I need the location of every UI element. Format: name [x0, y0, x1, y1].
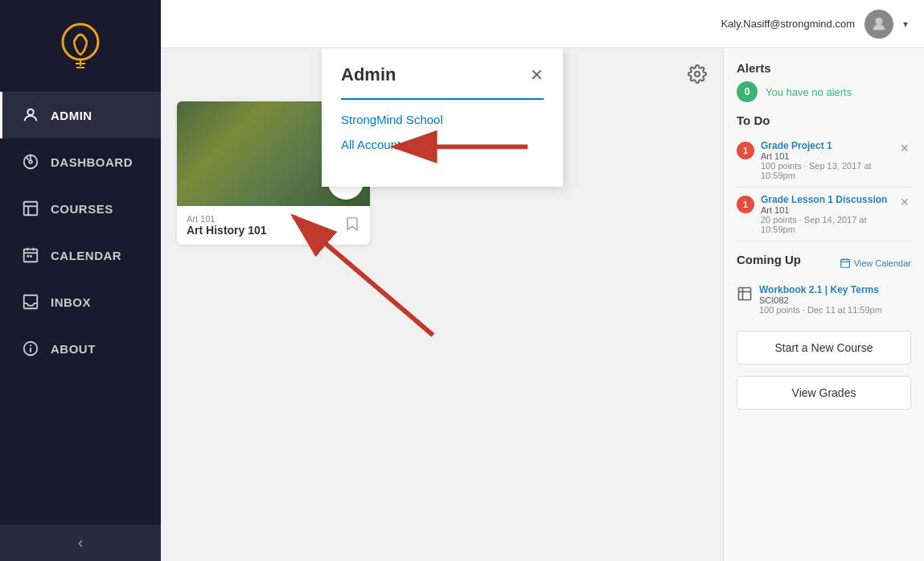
- collapse-icon: ‹: [78, 534, 83, 551]
- todo-item-0: 1 Grade Project 1 Art 101 100 points · S…: [737, 134, 911, 188]
- todo-item-0-course: Art 101: [761, 151, 892, 161]
- admin-dropdown-header: Admin ✕: [341, 64, 544, 85]
- alerts-section: Alerts 0 You have no alerts: [737, 61, 911, 102]
- todo-item-1-title[interactable]: Grade Lesson 1 Discussion: [761, 194, 892, 205]
- svg-rect-31: [739, 288, 751, 300]
- svg-point-21: [875, 17, 882, 24]
- sidebar-item-calendar[interactable]: CALENDAR: [0, 232, 161, 278]
- calendar-small-icon: [840, 258, 851, 269]
- svg-point-6: [29, 160, 32, 163]
- svg-point-22: [695, 72, 700, 76]
- course-subtitle: Art 101: [187, 214, 267, 224]
- alerts-title: Alerts: [737, 61, 911, 75]
- logo-container: [0, 0, 161, 92]
- todo-item-1-content: Grade Lesson 1 Discussion Art 101 20 poi…: [761, 194, 892, 234]
- course-title: Art History 101: [187, 224, 267, 237]
- svg-point-20: [31, 345, 31, 346]
- course-card-info: Art 101 Art History 101: [187, 214, 267, 237]
- main-area: Kaly.Nasiff@strongmind.com ▾: [161, 0, 924, 561]
- courses-icon: [22, 200, 39, 217]
- svg-rect-27: [840, 259, 849, 267]
- coming-up-title: Coming Up: [737, 253, 801, 266]
- sidebar-item-calendar-label: CALENDAR: [51, 249, 121, 262]
- coming-up-item-0-meta: 100 points · Dec 11 at 11:59pm: [759, 305, 882, 315]
- todo-item-0-close[interactable]: ✕: [898, 140, 911, 156]
- coming-up-section: Coming Up View Calendar: [737, 253, 911, 320]
- course-favorite-button[interactable]: [344, 216, 360, 236]
- sidebar-item-courses[interactable]: COURSES: [0, 185, 161, 232]
- settings-gear-button[interactable]: [688, 64, 707, 89]
- todo-item-1-meta: 20 points · Sep 14, 2017 at 10:59pm: [761, 215, 892, 234]
- calendar-icon: [22, 246, 39, 264]
- sidebar-item-dashboard-label: DASHBOARD: [51, 155, 133, 169]
- no-alerts-message: You have no alerts: [766, 86, 852, 98]
- avatar-icon: [870, 15, 888, 33]
- sidebar-item-courses-label: COURSES: [51, 202, 113, 216]
- user-menu-chevron[interactable]: ▾: [903, 19, 908, 30]
- coming-up-item-0-course: SCI082: [759, 295, 882, 305]
- view-grades-button[interactable]: View Grades: [737, 376, 911, 410]
- admin-icon: [22, 106, 39, 124]
- svg-point-4: [27, 109, 33, 115]
- todo-item-0-title[interactable]: Grade Project 1: [761, 140, 892, 151]
- sidebar-nav: ADMIN DASHBOARD COURSES: [0, 92, 161, 525]
- coming-up-header: Coming Up View Calendar: [737, 253, 911, 273]
- sidebar-item-inbox-label: INBOX: [51, 295, 91, 309]
- sidebar-item-inbox[interactable]: INBOX: [0, 278, 161, 325]
- todo-item-1-num: 1: [737, 196, 754, 213]
- svg-rect-17: [24, 295, 38, 309]
- dashboard-main: ⋮ - Art 101 Art History 101: [161, 48, 723, 561]
- todo-item-0-num: 1: [737, 142, 754, 159]
- coming-up-item-0-title[interactable]: Workbook 2.1 | Key Terms: [759, 284, 882, 295]
- admin-close-button[interactable]: ✕: [530, 65, 544, 85]
- start-new-course-button[interactable]: Start a New Course: [737, 331, 911, 365]
- admin-dropdown-title: Admin: [341, 64, 396, 85]
- view-calendar-link[interactable]: View Calendar: [840, 258, 911, 269]
- view-calendar-label: View Calendar: [854, 258, 911, 268]
- sidebar-item-admin[interactable]: ADMIN: [0, 92, 161, 138]
- todo-item-0-content: Grade Project 1 Art 101 100 points · Sep…: [761, 140, 892, 180]
- sidebar-item-about[interactable]: ABOUT: [0, 325, 161, 372]
- inbox-icon: [22, 293, 39, 311]
- strongmind-school-link[interactable]: StrongMind School: [341, 113, 544, 126]
- user-email: Kaly.Nasiff@strongmind.com: [721, 18, 855, 30]
- svg-rect-15: [27, 255, 29, 258]
- sidebar-item-dashboard[interactable]: DASHBOARD: [0, 138, 161, 185]
- sidebar-collapse-button[interactable]: ‹: [0, 525, 161, 561]
- sidebar-item-about-label: ABOUT: [51, 342, 96, 356]
- header: Kaly.Nasiff@strongmind.com ▾: [161, 0, 924, 48]
- todo-item-1-course: Art 101: [761, 205, 892, 215]
- sidebar: ADMIN DASHBOARD COURSES: [0, 0, 161, 561]
- coming-up-item-0-content: Workbook 2.1 | Key Terms SCI082 100 poin…: [759, 284, 882, 315]
- svg-rect-8: [24, 202, 38, 216]
- about-icon: [22, 340, 39, 357]
- alert-count-badge: 0: [737, 81, 758, 102]
- all-accounts-link[interactable]: All Accounts: [341, 138, 544, 151]
- svg-rect-16: [30, 255, 32, 258]
- todo-item-1-close[interactable]: ✕: [898, 194, 911, 210]
- coming-up-item-0: Workbook 2.1 | Key Terms SCI082 100 poin…: [737, 279, 911, 320]
- alerts-row: 0 You have no alerts: [737, 81, 911, 102]
- todo-title: To Do: [737, 113, 911, 127]
- sidebar-item-admin-label: ADMIN: [51, 109, 92, 122]
- admin-divider: [341, 98, 544, 100]
- bookmark-icon: [344, 216, 360, 232]
- content-area: ⋮ - Art 101 Art History 101: [161, 48, 924, 561]
- right-panel: Alerts 0 You have no alerts To Do 1 Grad…: [723, 48, 924, 561]
- course-card-body: Art 101 Art History 101: [177, 206, 370, 245]
- todo-item-0-meta: 100 points · Sep 13, 2017 at 10:59pm: [761, 161, 892, 180]
- todo-item-1: 1 Grade Lesson 1 Discussion Art 101 20 p…: [737, 188, 911, 241]
- admin-dropdown: Admin ✕ StrongMind School All Accounts: [322, 48, 563, 187]
- dashboard-icon: [22, 153, 39, 171]
- todo-section: To Do 1 Grade Project 1 Art 101 100 poin…: [737, 113, 911, 241]
- logo-icon: [56, 19, 105, 76]
- gear-icon: [688, 64, 707, 84]
- avatar[interactable]: [864, 10, 893, 39]
- workbook-icon: [737, 286, 753, 302]
